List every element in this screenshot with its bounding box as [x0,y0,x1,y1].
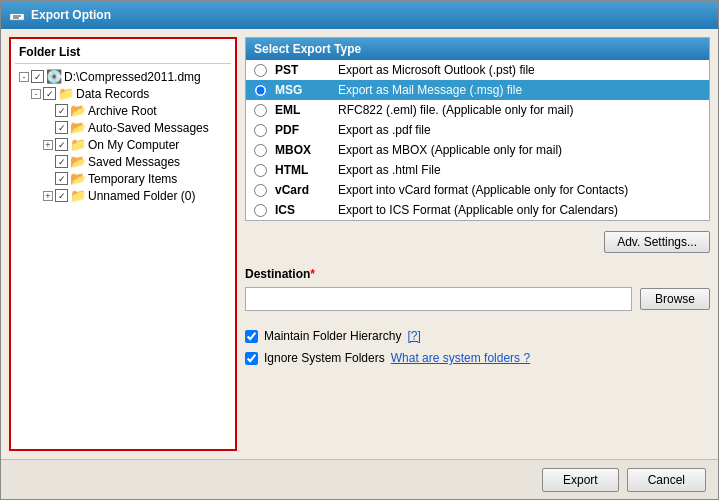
export-option-eml[interactable]: EMLRFC822 (.eml) file. (Applicable only … [246,100,709,120]
folder-checkbox[interactable]: ✓ [31,70,44,83]
folder-label: Archive Root [88,104,157,118]
export-type-name: MBOX [275,143,330,157]
tree-item[interactable]: +✓📁On My Computer [15,136,231,153]
export-radio-eml[interactable] [254,104,267,117]
svg-rect-1 [10,10,24,14]
export-radio-vcard[interactable] [254,184,267,197]
folder-label: Saved Messages [88,155,180,169]
folder-checkbox[interactable]: ✓ [55,189,68,202]
cancel-button[interactable]: Cancel [627,468,706,492]
tree-item[interactable]: ✓📂Saved Messages [15,153,231,170]
folder-checkbox[interactable]: ✓ [55,121,68,134]
expand-icon[interactable]: - [31,89,41,99]
export-type-desc: Export to ICS Format (Applicable only fo… [338,203,701,217]
export-radio-ics[interactable] [254,204,267,217]
folder-checkbox[interactable]: ✓ [55,104,68,117]
adv-settings-area: Adv. Settings... [245,227,710,257]
browse-button[interactable]: Browse [640,288,710,310]
maintain-checkbox[interactable] [245,330,258,343]
export-option-msg[interactable]: MSGExport as Mail Message (.msg) file [246,80,709,100]
folder-checkbox[interactable]: ✓ [43,87,56,100]
option-row-maintain: Maintain Folder Hierarchy [?] [245,329,710,343]
folder-checkbox[interactable]: ✓ [55,138,68,151]
export-type-name: EML [275,103,330,117]
folder-label: Temporary Items [88,172,177,186]
folder-checkbox[interactable]: ✓ [55,172,68,185]
tree-item[interactable]: -✓📁Data Records [15,85,231,102]
export-type-name: PDF [275,123,330,137]
title-bar: Export Option [1,1,718,29]
expand-icon[interactable]: + [43,140,53,150]
destination-input[interactable] [245,287,632,311]
export-type-desc: Export as Mail Message (.msg) file [338,83,701,97]
ignore-label: Ignore System Folders [264,351,385,365]
export-radio-pst[interactable] [254,64,267,77]
folder-icon: 📁 [70,188,86,203]
tree-item[interactable]: ✓📂Archive Root [15,102,231,119]
right-panel: Select Export Type PSTExport as Microsof… [245,37,710,451]
expand-icon[interactable]: + [43,191,53,201]
option-row-ignore: Ignore System Folders What are system fo… [245,351,710,365]
adv-settings-button[interactable]: Adv. Settings... [604,231,710,253]
folder-label: D:\Compressed2011.dmg [64,70,201,84]
folder-checkbox[interactable]: ✓ [55,155,68,168]
tree-item[interactable]: -✓💽D:\Compressed2011.dmg [15,68,231,85]
export-type-name: HTML [275,163,330,177]
maintain-help-link[interactable]: [?] [407,329,420,343]
export-type-desc: Export as .pdf file [338,123,701,137]
folder-icon: 📁 [70,137,86,152]
export-list: PSTExport as Microsoft Outlook (.pst) fi… [246,60,709,220]
window-title: Export Option [31,8,111,22]
export-type-section: Select Export Type PSTExport as Microsof… [245,37,710,221]
ignore-checkbox[interactable] [245,352,258,365]
folder-label: On My Computer [88,138,179,152]
export-option-mbox[interactable]: MBOXExport as MBOX (Applicable only for … [246,140,709,160]
main-window: Export Option Folder List -✓💽D:\Compress… [0,0,719,500]
folder-icon: 💽 [46,69,62,84]
folder-icon: 📂 [70,154,86,169]
export-option-html[interactable]: HTMLExport as .html File [246,160,709,180]
folder-panel-header: Folder List [15,43,231,64]
tree-item[interactable]: ✓📂Auto-Saved Messages [15,119,231,136]
bottom-bar: Export Cancel [1,459,718,499]
export-type-desc: Export as Microsoft Outlook (.pst) file [338,63,701,77]
export-type-desc: Export into vCard format (Applicable onl… [338,183,701,197]
export-radio-msg[interactable] [254,84,267,97]
destination-label: Destination* [245,267,710,281]
tree-item[interactable]: ✓📂Temporary Items [15,170,231,187]
folder-label: Data Records [76,87,149,101]
export-radio-html[interactable] [254,164,267,177]
window-icon [9,7,25,23]
export-radio-mbox[interactable] [254,144,267,157]
folder-panel: Folder List -✓💽D:\Compressed2011.dmg-✓📁D… [9,37,237,451]
expand-icon[interactable]: - [19,72,29,82]
folder-icon: 📂 [70,103,86,118]
export-type-name: PST [275,63,330,77]
export-option-ics[interactable]: ICSExport to ICS Format (Applicable only… [246,200,709,220]
maintain-label: Maintain Folder Hierarchy [264,329,401,343]
content-area: Folder List -✓💽D:\Compressed2011.dmg-✓📁D… [1,29,718,459]
export-type-desc: Export as .html File [338,163,701,177]
export-type-name: MSG [275,83,330,97]
options-section: Maintain Folder Hierarchy [?] Ignore Sys… [245,321,710,377]
export-option-vcard[interactable]: vCardExport into vCard format (Applicabl… [246,180,709,200]
folder-label: Unnamed Folder (0) [88,189,195,203]
folder-icon: 📂 [70,171,86,186]
tree-item[interactable]: +✓📁Unnamed Folder (0) [15,187,231,204]
destination-section: Destination* Browse [245,263,710,315]
folder-icon: 📁 [58,86,74,101]
export-option-pst[interactable]: PSTExport as Microsoft Outlook (.pst) fi… [246,60,709,80]
export-radio-pdf[interactable] [254,124,267,137]
tree-container: -✓💽D:\Compressed2011.dmg-✓📁Data Records✓… [15,68,231,204]
export-option-pdf[interactable]: PDFExport as .pdf file [246,120,709,140]
export-type-name: ICS [275,203,330,217]
export-button[interactable]: Export [542,468,619,492]
destination-row: Browse [245,287,710,311]
export-type-name: vCard [275,183,330,197]
export-type-desc: RFC822 (.eml) file. (Applicable only for… [338,103,701,117]
system-folders-link[interactable]: What are system folders ? [391,351,530,365]
folder-label: Auto-Saved Messages [88,121,209,135]
export-type-desc: Export as MBOX (Applicable only for mail… [338,143,701,157]
export-type-header: Select Export Type [246,38,709,60]
folder-icon: 📂 [70,120,86,135]
